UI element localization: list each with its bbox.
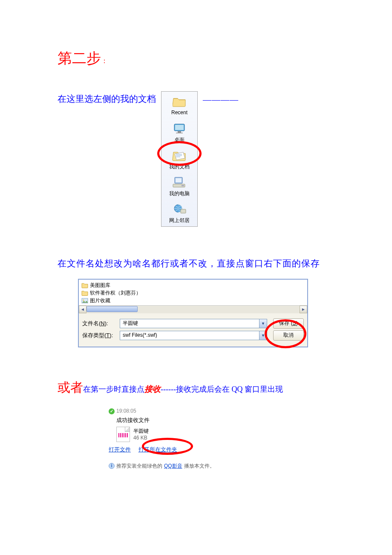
sidebar-item-desktop[interactable]: 桌面 (161, 119, 197, 146)
filetype-label: 保存类型(T): (82, 331, 116, 340)
alt-body-2: 接收完成后会在 QQ 窗口里出现 (176, 385, 283, 393)
folder-icon (81, 290, 88, 296)
alt-accept: 接收 (144, 384, 161, 393)
my-computer-icon (172, 175, 187, 189)
folder-list: 美图图库 软件著作权（刘惠芬） 图片收藏 (79, 280, 307, 306)
scroll-thumb[interactable] (86, 306, 138, 312)
step-heading: 第二步： (58, 47, 334, 70)
filetype-select[interactable]: swf Files(*.swf) ▼ (120, 331, 267, 340)
places-sidebar: Recent 桌面 我的文档 我的电脑 网上邻居 (161, 91, 198, 227)
pictures-icon (81, 298, 88, 304)
sidebar-item-label: 我的文档 (169, 163, 190, 171)
highlight-ring-open-folder (142, 438, 193, 455)
highlight-ring-save (265, 319, 306, 348)
reco-text-post: 播放本文件。 (184, 462, 215, 470)
instruction-2-text: 在文件名处想改为啥名都行或者不改，直接点窗口右下面的保存 (58, 257, 334, 271)
svg-rect-9 (181, 209, 186, 213)
folder-recent-icon (172, 94, 187, 108)
qq-filename: 半圆键 (133, 428, 149, 434)
info-icon: i (109, 463, 115, 469)
folder-label: 图片收藏 (90, 297, 110, 304)
qq-time: 19:08:05 (116, 407, 136, 415)
instruction-1-text: 在这里选左侧的我的文档 (58, 91, 156, 107)
folder-label: 美图图库 (90, 281, 110, 289)
my-documents-icon (172, 148, 187, 162)
file-icon (116, 427, 130, 442)
sidebar-item-label: Recent (171, 109, 187, 117)
filetype-value: swf Files(*.swf) (123, 331, 157, 339)
svg-rect-5 (176, 178, 182, 182)
folder-item[interactable]: 图片收藏 (81, 297, 305, 304)
desktop-icon (172, 121, 187, 135)
check-icon: ✓ (109, 408, 115, 414)
qq-file-meta: 半圆键 46 KB (133, 428, 149, 441)
sidebar-item-mydocs[interactable]: 我的文档 (161, 146, 197, 173)
alt-body-1: 在第一步时直接点 (83, 385, 144, 393)
svg-rect-7 (182, 185, 184, 186)
dropdown-icon[interactable]: ▼ (259, 319, 267, 328)
scroll-left-icon[interactable]: ◄ (79, 306, 86, 313)
qq-status: 成功接收文件 (116, 416, 245, 425)
horizontal-scrollbar[interactable]: ◄ ► (79, 306, 307, 313)
sidebar-item-label: 我的电脑 (169, 190, 190, 198)
qq-timestamp: ✓ 19:08:05 (109, 407, 245, 415)
filename-label: 文件名(N): (82, 319, 116, 328)
qq-recommendation: i 推荐安装全能绿色的QQ影音播放本文件。 (109, 462, 245, 470)
folder-label: 软件著作权（刘惠芬） (90, 289, 141, 297)
network-places-icon (172, 202, 187, 216)
sidebar-item-recent[interactable]: Recent (161, 92, 197, 119)
reco-text-pre: 推荐安装全能绿色的 (116, 462, 162, 470)
qq-message-snippet: ✓ 19:08:05 成功接收文件 半圆键 46 KB 打开文件 打开所在文件夹… (109, 407, 245, 470)
qq-filesize: 46 KB (133, 434, 149, 441)
save-dialog-fragment: 美图图库 软件著作权（刘惠芬） 图片收藏 ◄ ► 文件名(N): 半圆键 ▼ 保… (78, 279, 308, 347)
alt-or: 或者 (58, 380, 83, 394)
reco-link[interactable]: QQ影音 (164, 462, 182, 470)
svg-rect-3 (176, 133, 183, 133)
sidebar-item-label: 网上邻居 (169, 217, 190, 225)
folder-item[interactable]: 软件著作权（刘惠芬） (81, 289, 305, 297)
step-title: 第二步 (58, 50, 101, 66)
alternative-paragraph: 或者在第一步时直接点接收------接收完成后会在 QQ 窗口里出现 (58, 377, 334, 398)
folder-item[interactable]: 美图图库 (81, 281, 305, 289)
svg-point-11 (83, 299, 84, 301)
svg-rect-1 (175, 125, 184, 130)
filename-input[interactable]: 半圆键 ▼ (120, 319, 267, 328)
scroll-track[interactable] (86, 306, 300, 313)
scroll-right-icon[interactable]: ► (300, 306, 307, 313)
filename-value: 半圆键 (123, 319, 138, 327)
svg-rect-2 (178, 131, 181, 133)
sidebar-item-label: 桌面 (174, 136, 184, 144)
instruction-row-1: 在这里选左侧的我的文档 Recent 桌面 我的文档 我的电脑 (58, 91, 334, 227)
alt-dashes: ------ (161, 385, 176, 393)
folder-icon (81, 282, 88, 288)
sidebar-item-mycomputer[interactable]: 我的电脑 (161, 173, 197, 199)
instruction-1-dashes: ———— (203, 93, 239, 107)
step-colon: ： (101, 57, 108, 64)
link-open-file[interactable]: 打开文件 (109, 446, 131, 453)
sidebar-item-network[interactable]: 网上邻居 (161, 199, 197, 226)
